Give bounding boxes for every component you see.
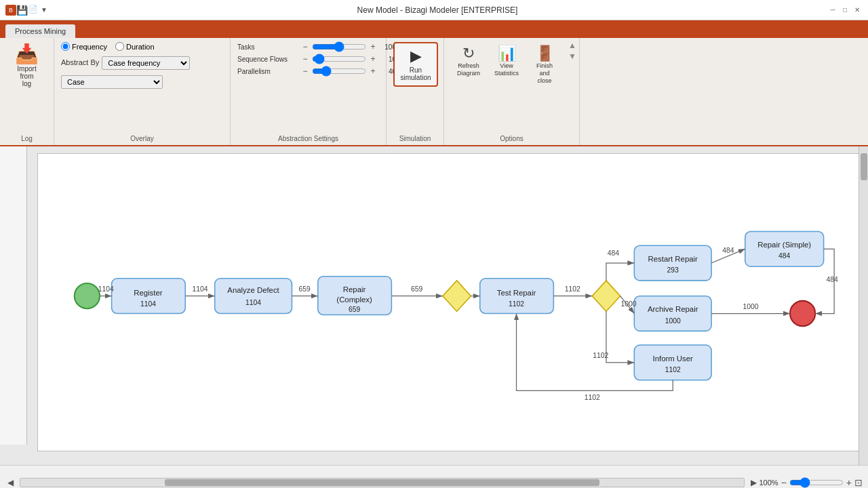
horizontal-scrollbar[interactable] xyxy=(20,478,745,487)
refresh-diagram-button[interactable]: ↻ Refresh Diagram xyxy=(451,43,486,80)
save-icon[interactable]: 💾 xyxy=(16,5,27,16)
scroll-right-btn[interactable]: ▶ xyxy=(749,478,759,487)
ribbon-group-log: 📥 Import from log Log xyxy=(0,38,54,145)
abstract-by-select[interactable]: Case frequency Case count Duration xyxy=(102,56,190,70)
refresh-icon: ↻ xyxy=(462,46,475,61)
zoom-fit-icon[interactable]: ⊡ xyxy=(854,477,863,488)
flow-label-gw2-inform: 1102 xyxy=(593,352,608,359)
log-group-label: Log xyxy=(0,135,54,142)
ribbon-tab-bar: Process Mining xyxy=(0,20,868,38)
tasks-plus[interactable]: + xyxy=(369,42,377,52)
vertical-scrollbar-thumb[interactable] xyxy=(861,153,867,180)
flow-label-analyze-repair: 659 xyxy=(298,285,310,293)
task-inform-label: Inform User xyxy=(653,354,694,363)
task-analyze-label: Analyze Defect xyxy=(227,286,279,294)
zoom-out-btn[interactable]: − xyxy=(781,477,787,488)
zoom-slider[interactable] xyxy=(789,477,844,488)
zoom-in-btn[interactable]: + xyxy=(846,477,852,488)
run-sim-label: Run simulation xyxy=(400,66,431,81)
frequency-radio[interactable] xyxy=(61,42,70,51)
tasks-minus[interactable]: − xyxy=(301,42,309,52)
task-restart-sublabel: 293 xyxy=(667,266,679,274)
tasks-slider-row: Tasks − + 100 xyxy=(237,42,396,52)
tasks-label: Tasks xyxy=(237,43,298,51)
sequence-flows-slider[interactable] xyxy=(312,54,366,64)
finish-icon: 🚪 xyxy=(536,46,554,61)
flow-label-simple-end: 484 xyxy=(826,276,837,283)
gateway-1[interactable] xyxy=(443,281,471,312)
flow-label-inform-back: 1102 xyxy=(585,394,600,401)
task-inform-sublabel: 1102 xyxy=(665,366,681,373)
diagram-canvas[interactable]: Register 1104 Analyze Defect 1104 Repair… xyxy=(37,153,868,451)
task-restart-label: Restart Repair xyxy=(648,255,698,263)
task-analyze-sublabel: 1104 xyxy=(245,299,261,306)
zoom-level: 100% xyxy=(759,479,778,487)
overlay-by-row: Case xyxy=(61,75,163,89)
task-repair-complex-label2: (Complex) xyxy=(336,296,372,304)
titlebar: B 💾 📄 ▼ New Model - Bizagi Modeler [ENTE… xyxy=(0,0,868,20)
parallelism-slider[interactable] xyxy=(312,66,366,76)
flow-label-test-gw2: 1102 xyxy=(565,285,580,293)
vertical-scrollbar[interactable] xyxy=(859,146,868,465)
flow-label-repair-gw1: 659 xyxy=(411,285,422,293)
task-register-label: Register xyxy=(134,289,163,297)
import-from-log-button[interactable]: 📥 Import from log xyxy=(7,42,47,90)
refresh-label: Refresh Diagram xyxy=(457,62,480,77)
task-repair-simple[interactable] xyxy=(745,231,824,266)
left-panel xyxy=(0,146,27,445)
end-event[interactable] xyxy=(790,301,815,326)
task-test-repair-sublabel: 1102 xyxy=(509,300,524,308)
flow-label-restart-simple: 484 xyxy=(722,247,734,254)
gateway-2[interactable] xyxy=(592,281,620,312)
task-inform-user[interactable] xyxy=(634,345,711,380)
app-icon: B xyxy=(5,5,16,16)
run-simulation-button[interactable]: ▶ Run simulation xyxy=(393,42,438,87)
task-repair-complex-sublabel: 659 xyxy=(349,306,360,313)
collapse-down-btn[interactable]: ▼ xyxy=(568,52,576,61)
finish-label: Finish and close xyxy=(531,62,558,84)
close-button[interactable]: ✕ xyxy=(852,5,863,16)
tab-process-mining[interactable]: Process Mining xyxy=(5,24,75,38)
import-log-label: Import from log xyxy=(11,65,43,87)
import-log-icon: 📥 xyxy=(15,45,39,64)
seq-plus[interactable]: + xyxy=(369,54,377,64)
scroll-left-btn[interactable]: ◀ xyxy=(5,478,16,487)
seq-minus[interactable]: − xyxy=(301,54,309,64)
overlay-group-label: Overlay xyxy=(54,135,230,142)
overlay-by-select[interactable]: Case xyxy=(61,75,163,89)
para-minus[interactable]: − xyxy=(301,66,309,76)
abstract-by-row: Abstract By Case frequency Case count Du… xyxy=(61,56,190,70)
task-repair-simple-label: Repair (Simple) xyxy=(757,241,811,249)
parallelism-slider-row: Parallelism − + 40 xyxy=(237,66,396,76)
view-statistics-button[interactable]: 📊 View Statistics xyxy=(489,43,524,80)
duration-radio-label[interactable]: Duration xyxy=(115,42,155,51)
tasks-slider[interactable] xyxy=(312,42,366,52)
dropdown-btn[interactable]: ▼ xyxy=(41,6,47,14)
bottom-bar: ◀ ▶ 100% − + ⊡ xyxy=(0,465,868,488)
task-archive-sublabel: 1000 xyxy=(665,317,681,325)
task-repair-simple-sublabel: 484 xyxy=(778,252,790,260)
ribbon: 📥 Import from log Log Frequency Duration… xyxy=(0,38,868,146)
finish-close-button[interactable]: 🚪 Finish and close xyxy=(527,43,562,87)
task-repair-complex-label: Repair xyxy=(343,285,366,293)
task-restart-repair[interactable] xyxy=(634,245,711,281)
task-archive-label: Archive Repair xyxy=(648,305,698,313)
flow-label-archive-end: 1000 xyxy=(743,303,759,310)
flow-label-start-register: 1104 xyxy=(98,285,114,293)
restore-button[interactable]: □ xyxy=(840,5,850,16)
flow-label-gw2-archive: 1000 xyxy=(621,300,637,308)
simulation-group-label: Simulation xyxy=(387,135,443,142)
task-analyze-defect[interactable] xyxy=(215,279,292,314)
ribbon-group-overlay: Frequency Duration Abstract By Case freq… xyxy=(54,38,231,145)
quick-save-icon[interactable]: 📄 xyxy=(28,5,39,16)
horizontal-scrollbar-thumb[interactable] xyxy=(165,479,599,486)
task-archive-repair[interactable] xyxy=(634,296,711,331)
duration-radio[interactable] xyxy=(115,42,124,51)
minimize-button[interactable]: ─ xyxy=(827,5,838,16)
start-event[interactable] xyxy=(75,283,100,308)
collapse-up-btn[interactable]: ▲ xyxy=(568,41,576,50)
run-sim-icon: ▶ xyxy=(410,47,422,65)
para-plus[interactable]: + xyxy=(369,66,377,76)
ribbon-group-options: ↻ Refresh Diagram 📊 View Statistics 🚪 Fi… xyxy=(444,38,580,145)
frequency-radio-label[interactable]: Frequency xyxy=(61,42,107,51)
